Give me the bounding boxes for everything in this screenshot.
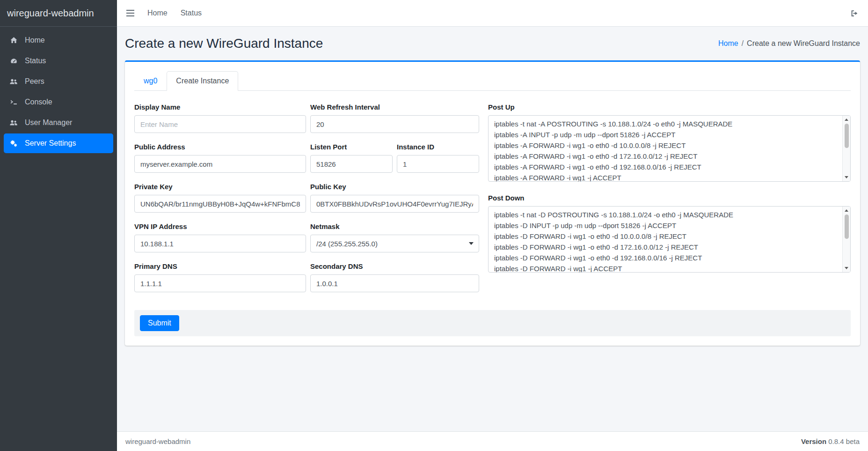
vpn-ip-input[interactable] xyxy=(134,235,306,252)
post-up-wrap: iptables -t nat -A POSTROUTING -s 10.188… xyxy=(488,115,851,182)
post-up-textarea[interactable]: iptables -t nat -A POSTROUTING -s 10.188… xyxy=(488,115,851,182)
footer-brand: wireguard-webadmin xyxy=(125,437,190,445)
sidebar-item-label: Console xyxy=(25,98,52,106)
sidebar-item-label: Home xyxy=(25,36,45,44)
sidebar-item-peers[interactable]: Peers xyxy=(4,72,113,91)
secondary-dns-label: Secondary DNS xyxy=(310,262,479,270)
post-down-scrollbar[interactable] xyxy=(842,207,850,272)
post-down-textarea[interactable]: iptables -t nat -D POSTROUTING -s 10.188… xyxy=(488,206,851,273)
instance-id-label: Instance ID xyxy=(397,143,479,151)
brand-title[interactable]: wireguard-webadmin xyxy=(0,0,117,27)
form-right-section: Post Up iptables -t nat -A POSTROUTING -… xyxy=(488,103,851,302)
listen-port-label: Listen Port xyxy=(310,143,393,151)
breadcrumb-current: Create a new WireGuard Instance xyxy=(747,39,860,47)
scroll-down-arrow-icon[interactable] xyxy=(845,176,848,178)
breadcrumb: Home/Create a new WireGuard Instance xyxy=(718,39,860,48)
public-key-label: Public Key xyxy=(310,183,479,191)
vpn-ip-label: VPN IP Address xyxy=(134,222,306,230)
sidebar-item-home[interactable]: Home xyxy=(4,30,113,50)
instance-tabs: wg0 Create Instance xyxy=(134,71,851,91)
footer-version-label: Version xyxy=(801,437,826,445)
public-address-input[interactable] xyxy=(134,155,306,173)
sidebar-item-label: Peers xyxy=(25,77,44,86)
public-key-input[interactable] xyxy=(310,195,479,213)
secondary-dns-input[interactable] xyxy=(310,274,479,292)
display-name-label: Display Name xyxy=(134,103,306,111)
sidebar-item-label: User Manager xyxy=(25,118,72,127)
display-name-input[interactable] xyxy=(134,115,306,133)
status-gauge-icon xyxy=(8,57,19,65)
home-icon xyxy=(8,37,19,44)
sidebar-item-label: Status xyxy=(25,57,46,65)
user-manager-users-icon xyxy=(8,119,19,126)
listen-port-input[interactable] xyxy=(310,155,393,173)
instance-form: Display Name Web Refresh Interval Public… xyxy=(134,103,851,302)
page-header: Create a new WireGuard Instance Home/Cre… xyxy=(125,36,860,51)
scrollbar-thumb[interactable] xyxy=(845,214,849,239)
main-area: Home Status Create a new WireGuard Insta… xyxy=(117,0,868,451)
scroll-up-arrow-icon[interactable] xyxy=(845,209,848,212)
scroll-down-arrow-icon[interactable] xyxy=(845,267,848,269)
scroll-up-arrow-icon[interactable] xyxy=(845,118,848,121)
sidebar-item-server-settings[interactable]: Server Settings xyxy=(4,133,113,153)
tab-wg0[interactable]: wg0 xyxy=(134,71,167,91)
topnav-status-link[interactable]: Status xyxy=(181,9,202,17)
scrollbar-thumb[interactable] xyxy=(845,124,849,148)
page-title: Create a new WireGuard Instance xyxy=(125,36,323,51)
primary-dns-label: Primary DNS xyxy=(134,262,306,270)
post-up-label: Post Up xyxy=(488,103,851,111)
breadcrumb-separator: / xyxy=(742,39,744,47)
top-navbar: Home Status xyxy=(117,0,868,27)
post-down-wrap: iptables -t nat -D POSTROUTING -s 10.188… xyxy=(488,206,851,273)
tab-create-instance[interactable]: Create Instance xyxy=(167,71,238,91)
primary-dns-input[interactable] xyxy=(134,274,306,292)
private-key-input[interactable] xyxy=(134,195,306,213)
sidebar-item-label: Server Settings xyxy=(25,139,76,148)
web-refresh-interval-input[interactable] xyxy=(310,115,479,133)
topnav-home-link[interactable]: Home xyxy=(147,9,168,17)
netmask-select-wrap: /24 (255.255.255.0) xyxy=(310,235,479,252)
sidebar-item-status[interactable]: Status xyxy=(4,51,113,71)
breadcrumb-home-link[interactable]: Home xyxy=(718,39,738,47)
form-left-section: Display Name Web Refresh Interval Public… xyxy=(134,103,479,302)
submit-button[interactable]: Submit xyxy=(140,315,179,331)
terminal-icon xyxy=(8,98,19,106)
sidebar-nav: Home Status Peers Console User Manager xyxy=(0,27,117,158)
logout-icon[interactable] xyxy=(850,9,859,17)
post-down-label: Post Down xyxy=(488,194,851,202)
footer-version: Version 0.8.4 beta xyxy=(801,437,860,445)
netmask-label: Netmask xyxy=(310,222,479,230)
public-address-label: Public Address xyxy=(134,143,306,151)
instance-id-input[interactable] xyxy=(397,155,479,173)
gears-icon xyxy=(8,140,19,147)
sidebar-item-user-manager[interactable]: User Manager xyxy=(4,113,113,133)
sidebar: wireguard-webadmin Home Status Peers Con… xyxy=(0,0,117,451)
footer-version-value: 0.8.4 beta xyxy=(828,437,860,445)
private-key-label: Private Key xyxy=(134,183,306,191)
content-area: Create a new WireGuard Instance Home/Cre… xyxy=(117,27,868,431)
web-refresh-interval-label: Web Refresh Interval xyxy=(310,103,479,111)
submit-bar: Submit xyxy=(134,310,851,336)
post-up-scrollbar[interactable] xyxy=(842,116,850,181)
peers-users-icon xyxy=(8,78,19,85)
sidebar-item-console[interactable]: Console xyxy=(4,92,113,112)
netmask-select[interactable]: /24 (255.255.255.0) xyxy=(310,235,479,252)
create-instance-card: wg0 Create Instance Display Name Web Ref… xyxy=(125,60,860,346)
page-footer: wireguard-webadmin Version 0.8.4 beta xyxy=(117,431,868,451)
hamburger-menu-icon[interactable] xyxy=(126,10,134,16)
